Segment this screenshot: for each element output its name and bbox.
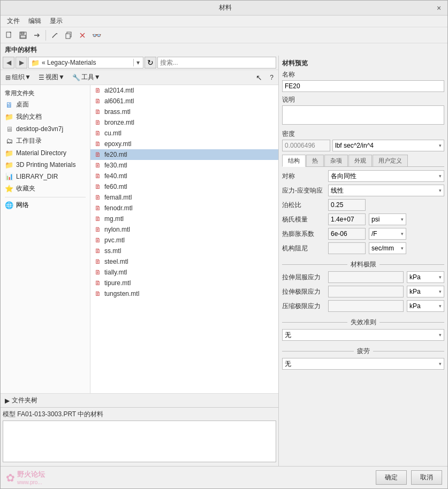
desc-label: 说明: [282, 95, 444, 104]
file-icon-brass: 🗎: [94, 108, 102, 116]
fatigue-label: 疲劳: [354, 347, 373, 356]
refresh-button[interactable]: ↻: [145, 57, 156, 68]
compress-unit[interactable]: kPa ▾: [407, 300, 444, 312]
menu-file[interactable]: 文件: [3, 16, 24, 27]
compress-label: 压缩极限应力: [282, 302, 325, 311]
file-icon-tially: 🗎: [94, 268, 102, 277]
file-item-cu[interactable]: 🗎 cu.mtl: [90, 128, 278, 139]
youngs-row: 杨氏模量 psi ▾: [282, 213, 444, 225]
tensile-ult-input[interactable]: [328, 286, 404, 297]
folder-tree-toggle[interactable]: ▶ 文件夹树: [1, 393, 278, 407]
sidebar-item-desktop2[interactable]: 🖥 desktop-de3vn7j: [1, 123, 90, 135]
close-button[interactable]: ×: [435, 4, 443, 12]
watermark-icon: ✿: [6, 471, 15, 484]
fatigue-value-row: 无 ▾: [282, 358, 444, 370]
poisson-row: 泊松比: [282, 199, 444, 211]
material-limits-label: 材料极限: [347, 260, 379, 269]
nav-path-dropdown[interactable]: ▾: [133, 59, 143, 66]
mech-damping-unit-selector[interactable]: sec/mm ▾: [369, 242, 406, 254]
tools-button[interactable]: 🔧 工具▼: [70, 71, 103, 83]
file-item-tipure[interactable]: 🗎 tipure.mtl: [90, 278, 278, 288]
file-item-nylon[interactable]: 🗎 nylon.mtl: [90, 224, 278, 235]
tensile-ult-unit[interactable]: kPa ▾: [407, 286, 444, 297]
new-button[interactable]: [3, 29, 16, 42]
file-item-al6061[interactable]: 🗎 al6061.mtl: [90, 96, 278, 106]
file-item-fe40[interactable]: 🗎 fe40.mtl: [90, 171, 278, 181]
file-item-fe60[interactable]: 🗎 fe60.mtl: [90, 181, 278, 192]
save-button[interactable]: [17, 29, 29, 42]
cancel-button[interactable]: 取消: [411, 470, 442, 485]
delete-button[interactable]: [76, 29, 89, 42]
file-icon-fe40: 🗎: [94, 172, 102, 180]
fatigue-select[interactable]: 无 ▾: [282, 358, 444, 370]
file-item-tungsten[interactable]: 🗎 tungsten.mtl: [90, 288, 278, 299]
symmetry-select[interactable]: 各向同性 ▾: [328, 170, 444, 182]
tensile-ult-label: 拉伸极限应力: [282, 287, 325, 296]
tab-appearance[interactable]: 外观: [348, 155, 372, 166]
tab-struct[interactable]: 结构: [282, 155, 306, 167]
pencil-button[interactable]: [48, 29, 61, 42]
file-item-mg[interactable]: 🗎 mg.mtl: [90, 213, 278, 224]
view-button[interactable]: ☰ 视图▼: [36, 71, 67, 83]
file-item-fe20[interactable]: 🗎 fe20.mtl: [90, 149, 278, 160]
sidebar-item-library[interactable]: 📊 LIBRARY_DIR: [1, 171, 90, 182]
help-button[interactable]: ?: [267, 72, 276, 83]
arrow-right-button[interactable]: [31, 29, 43, 42]
menu-edit[interactable]: 编辑: [24, 16, 45, 27]
desc-textarea[interactable]: [282, 105, 444, 125]
nav-back-button[interactable]: ◀: [3, 57, 14, 68]
sidebar-item-documents[interactable]: 📁 我的文档: [1, 111, 90, 123]
compress-row: 压缩极限应力 kPa ▾: [282, 300, 444, 312]
organize-button[interactable]: ⊞ 组织▼: [3, 71, 34, 83]
confirm-button[interactable]: 确定: [376, 470, 407, 485]
stress-strain-select[interactable]: 线性 ▾: [328, 185, 444, 196]
density-input[interactable]: [282, 140, 330, 151]
file-icon-tipure: 🗎: [94, 279, 102, 287]
compress-input[interactable]: [328, 300, 404, 312]
sidebar-divider: [5, 197, 86, 197]
file-list: 🗎 al2014.mtl 🗎 al6061.mtl 🗎 brass.mtl 🗎 …: [90, 85, 278, 393]
file-item-fenodr[interactable]: 🗎 fenodr.mtl: [90, 203, 278, 213]
glasses-button[interactable]: 👓: [90, 29, 103, 42]
tab-misc[interactable]: 杂项: [324, 155, 348, 166]
file-item-femall[interactable]: 🗎 femall.mtl: [90, 192, 278, 203]
density-unit-selector[interactable]: lbf sec^2/in^4 ▾: [332, 140, 444, 151]
tensile-yield-unit[interactable]: kPa ▾: [407, 271, 444, 283]
file-item-steel[interactable]: 🗎 steel.mtl: [90, 256, 278, 267]
sidebar-item-desktop[interactable]: 🖥 桌面: [1, 98, 90, 111]
file-icon-nylon: 🗎: [94, 225, 102, 234]
file-item-epoxy[interactable]: 🗎 epoxy.mtl: [90, 139, 278, 149]
file-item-al2014[interactable]: 🗎 al2014.mtl: [90, 85, 278, 96]
file-item-tially[interactable]: 🗎 tially.mtl: [90, 267, 278, 278]
mech-damping-label: 机构阻尼: [282, 244, 325, 253]
sidebar-item-favorites[interactable]: ⭐ 收藏夹: [1, 182, 90, 195]
file-item-pvc[interactable]: 🗎 pvc.mtl: [90, 235, 278, 246]
mech-damping-unit-chevron: ▾: [401, 246, 404, 251]
nav-forward-button[interactable]: ▶: [16, 57, 27, 68]
sidebar-item-workdir[interactable]: 🗂 工作目录: [1, 135, 90, 147]
tensile-yield-input[interactable]: [328, 271, 404, 283]
tab-user-defined[interactable]: 用户定义: [373, 155, 408, 166]
file-item-brass[interactable]: 🗎 brass.mtl: [90, 106, 278, 117]
sidebar-item-material-directory[interactable]: 📁 Material Directory: [1, 147, 90, 159]
name-input[interactable]: [282, 80, 444, 92]
main-toolbar: 👓: [1, 27, 447, 43]
menu-bar: 文件 编辑 显示: [1, 16, 447, 27]
sidebar-item-network[interactable]: 🌐 网络: [1, 200, 90, 211]
file-item-bronze[interactable]: 🗎 bronze.mtl: [90, 117, 278, 128]
search-input[interactable]: [157, 57, 277, 68]
mech-damping-input[interactable]: [328, 242, 366, 254]
youngs-input[interactable]: [328, 213, 366, 225]
poisson-input[interactable]: [328, 199, 366, 211]
property-tabs: 结构 热 杂项 外观 用户定义: [282, 155, 444, 167]
menu-display[interactable]: 显示: [45, 16, 67, 27]
file-item-fe30[interactable]: 🗎 fe30.mtl: [90, 160, 278, 171]
thermal-exp-unit-selector[interactable]: /F ▾: [369, 228, 406, 240]
file-item-ss[interactable]: 🗎 ss.mtl: [90, 246, 278, 256]
failure-select[interactable]: 无 ▾: [282, 329, 444, 341]
tab-thermal[interactable]: 热: [306, 155, 324, 166]
youngs-unit-selector[interactable]: psi ▾: [369, 213, 406, 225]
sidebar-item-3d-printing[interactable]: 📁 3D Printing Materials: [1, 159, 90, 171]
thermal-exp-input[interactable]: [328, 228, 366, 240]
copy-button[interactable]: [62, 29, 75, 42]
